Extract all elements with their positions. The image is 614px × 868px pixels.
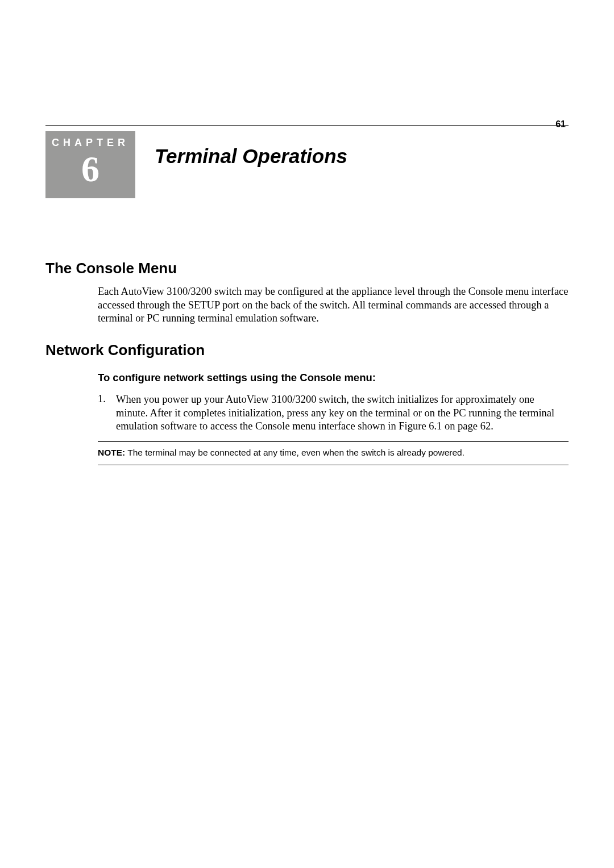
chapter-title: Terminal Operations — [155, 145, 347, 168]
console-menu-paragraph: Each AutoView 3100/3200 switch may be co… — [98, 285, 569, 326]
top-divider — [45, 125, 569, 126]
network-config-subheading: To configure network settings using the … — [98, 372, 569, 384]
chapter-label: CHAPTER — [52, 137, 129, 149]
chapter-header-row: CHAPTER 6 Terminal Operations — [45, 131, 569, 198]
chapter-number: 6 — [81, 151, 99, 187]
section-heading-network-config: Network Configuration — [45, 341, 569, 359]
note-text: NOTE: The terminal may be connected at a… — [98, 442, 569, 465]
section-heading-console-menu: The Console Menu — [45, 260, 569, 277]
note-block: NOTE: The terminal may be connected at a… — [98, 441, 569, 465]
step-text: When you power up your AutoView 3100/320… — [116, 393, 569, 433]
page-container: 61 CHAPTER 6 Terminal Operations The Con… — [0, 0, 614, 465]
chapter-block: CHAPTER 6 — [45, 131, 135, 198]
numbered-step-1: 1. When you power up your AutoView 3100/… — [98, 393, 569, 433]
note-label: NOTE: — [98, 448, 125, 457]
step-number: 1. — [98, 393, 116, 433]
note-bottom-rule — [98, 465, 569, 465]
page-number: 61 — [555, 119, 566, 130]
note-body: The terminal may be connected at any tim… — [125, 448, 464, 457]
